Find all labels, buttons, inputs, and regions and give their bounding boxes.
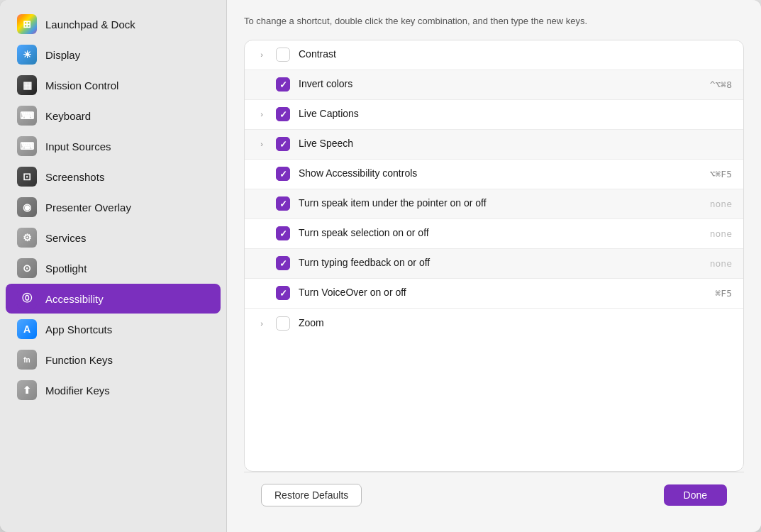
contrast-name: Contrast [299, 48, 723, 62]
instruction-text: To change a shortcut, double click the k… [244, 14, 744, 28]
sidebar-item-appshortcuts[interactable]: AApp Shortcuts [6, 314, 221, 344]
spotlight-label: Spotlight [45, 262, 87, 275]
shortcut-row-voiceover: Turn VoiceOver on or off⌘F5 [245, 279, 743, 309]
livecaptions-checkbox[interactable] [276, 107, 290, 121]
shortcut-row-livecaptions: ›Live Captions [245, 100, 743, 130]
typingfeedback-checkbox[interactable] [276, 256, 290, 270]
sidebar-item-mission[interactable]: ▦Mission Control [6, 70, 221, 100]
shortcut-row-speakselection: Turn speak selection on or offnone [245, 219, 743, 249]
screenshots-label: Screenshots [45, 171, 104, 183]
voiceover-key[interactable]: ⌘F5 [716, 288, 732, 299]
sidebar-item-launchpad[interactable]: ⊞Launchpad & Dock [6, 9, 221, 39]
restore-defaults-button[interactable]: Restore Defaults [261, 484, 362, 506]
sidebar-item-modifier[interactable]: ⬆Modifier Keys [6, 375, 221, 405]
speakselection-checkbox[interactable] [276, 226, 290, 240]
showcontrols-key[interactable]: ⌥⌘F5 [710, 169, 732, 179]
keyboard-label: Keyboard [45, 110, 91, 122]
launchpad-icon: ⊞ [17, 14, 37, 34]
contrast-checkbox[interactable] [276, 48, 290, 62]
mission-label: Mission Control [45, 79, 118, 92]
sidebar-item-keyboard[interactable]: ⌨Keyboard [6, 101, 221, 131]
speakitem-key: none [710, 199, 732, 209]
speakitem-name: Turn speak item under the pointer on or … [299, 196, 701, 211]
invert-checkbox[interactable] [276, 77, 290, 92]
appshortcuts-icon: A [17, 319, 37, 339]
spotlight-icon: ⊙ [17, 258, 37, 278]
typingfeedback-name: Turn typing feedback on or off [299, 256, 701, 270]
accessibility-icon: ⓪ [17, 289, 37, 309]
input-label: Input Sources [45, 140, 111, 153]
voiceover-name: Turn VoiceOver on or off [299, 286, 707, 300]
shortcut-row-livespeech: ›Live Speech [245, 130, 743, 160]
modifier-icon: ⬆ [17, 380, 37, 400]
keyboard-shortcuts-window: ⊞Launchpad & Dock☀Display▦Mission Contro… [0, 0, 761, 532]
shortcut-row-typingfeedback: Turn typing feedback on or offnone [245, 249, 743, 279]
speakselection-name: Turn speak selection on or off [299, 226, 701, 240]
display-label: Display [45, 49, 80, 61]
sidebar-item-spotlight[interactable]: ⊙Spotlight [6, 253, 221, 283]
main-content: To change a shortcut, double click the k… [227, 0, 761, 532]
shortcut-row-invert: Invert colors^⌥⌘8 [245, 70, 743, 100]
fnkeys-icon: fn [17, 350, 37, 370]
invert-name: Invert colors [299, 77, 701, 92]
sidebar-item-display[interactable]: ☀Display [6, 40, 221, 70]
showcontrols-name: Show Accessibility controls [299, 167, 701, 181]
livecaptions-chevron[interactable]: › [256, 110, 267, 118]
bottom-bar: Restore Defaults Done [244, 472, 744, 518]
voiceover-checkbox[interactable] [276, 286, 290, 300]
livecaptions-name: Live Captions [299, 107, 723, 121]
livespeech-chevron[interactable]: › [256, 140, 267, 148]
zoom-checkbox[interactable] [276, 316, 290, 331]
invert-key[interactable]: ^⌥⌘8 [710, 79, 732, 90]
sidebar-item-input[interactable]: ⌨Input Sources [6, 131, 221, 161]
done-button[interactable]: Done [664, 484, 727, 506]
presenter-icon: ◉ [17, 197, 37, 217]
livespeech-name: Live Speech [299, 137, 723, 151]
shortcut-row-showcontrols: Show Accessibility controls⌥⌘F5 [245, 160, 743, 189]
typingfeedback-key: none [710, 258, 732, 269]
shortcut-row-speakitem: Turn speak item under the pointer on or … [245, 189, 743, 219]
sidebar-item-screenshots[interactable]: ⊡Screenshots [6, 162, 221, 192]
display-icon: ☀ [17, 45, 37, 65]
services-icon: ⚙ [17, 228, 37, 248]
fnkeys-label: Function Keys [45, 354, 113, 366]
speakselection-key: none [710, 228, 732, 239]
sidebar-item-fnkeys[interactable]: fnFunction Keys [6, 345, 221, 375]
input-icon: ⌨ [17, 136, 37, 156]
presenter-label: Presenter Overlay [45, 201, 131, 214]
launchpad-label: Launchpad & Dock [45, 18, 135, 31]
modifier-label: Modifier Keys [45, 384, 110, 397]
accessibility-label: Accessibility [45, 293, 104, 305]
mission-icon: ▦ [17, 75, 37, 95]
sidebar-item-presenter[interactable]: ◉Presenter Overlay [6, 192, 221, 222]
services-label: Services [45, 232, 87, 244]
livespeech-checkbox[interactable] [276, 137, 290, 151]
sidebar-item-services[interactable]: ⚙Services [6, 223, 221, 253]
sidebar: ⊞Launchpad & Dock☀Display▦Mission Contro… [0, 0, 227, 532]
appshortcuts-label: App Shortcuts [45, 323, 112, 336]
keyboard-icon: ⌨ [17, 106, 37, 126]
shortcut-row-zoom: ›Zoom [245, 309, 743, 338]
speakitem-checkbox[interactable] [276, 196, 290, 211]
shortcuts-list: ›ContrastInvert colors^⌥⌘8›Live Captions… [244, 40, 744, 472]
screenshots-icon: ⊡ [17, 167, 37, 187]
shortcut-row-contrast: ›Contrast [245, 40, 743, 70]
sidebar-item-accessibility[interactable]: ⓪Accessibility [6, 284, 221, 314]
zoom-name: Zoom [299, 316, 723, 331]
contrast-chevron[interactable]: › [256, 50, 267, 59]
showcontrols-checkbox[interactable] [276, 167, 290, 181]
zoom-chevron[interactable]: › [256, 319, 267, 328]
